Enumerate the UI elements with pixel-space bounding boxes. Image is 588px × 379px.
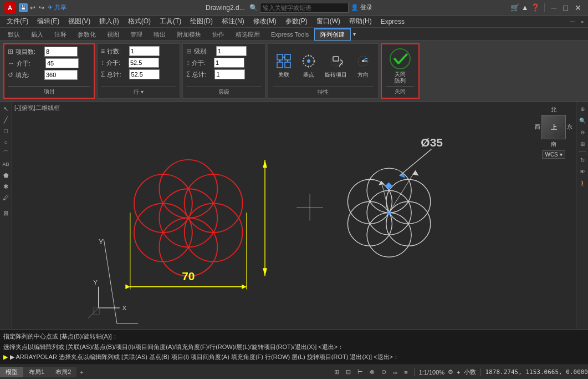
left-tool-4[interactable]: ○: [1, 137, 11, 147]
tab-collab[interactable]: 协作: [207, 28, 230, 41]
menu-draw[interactable]: 绘图(D): [186, 16, 217, 28]
menu-tools[interactable]: 工具(T): [155, 16, 186, 28]
menu-file[interactable]: 文件(F): [2, 16, 33, 28]
level-between-input[interactable]: [214, 58, 244, 68]
menu-param[interactable]: 参数(P): [281, 16, 312, 28]
toolbar-undo[interactable]: ↩: [29, 3, 37, 13]
cube-face[interactable]: 上: [541, 115, 566, 139]
row-total-icon: Σ: [101, 70, 105, 78]
lineweight-toggle[interactable]: ≡: [402, 369, 409, 376]
level-input[interactable]: [216, 46, 247, 56]
tab-parametric[interactable]: 参数化: [72, 28, 101, 41]
left-tool-1[interactable]: ↖: [1, 104, 11, 114]
close-array-button[interactable]: 关闭陈列: [388, 47, 412, 84]
menu-insert[interactable]: 插入(I): [95, 16, 123, 28]
grid-toggle[interactable]: ⊞: [333, 368, 341, 376]
left-tool-5[interactable]: ⌒: [1, 148, 11, 158]
left-tool-8[interactable]: ✱: [1, 181, 11, 191]
shared-icon[interactable]: ✈ 共享: [47, 2, 68, 13]
right-tool-zoom-out[interactable]: ⊖: [577, 127, 587, 137]
tab-output[interactable]: 输出: [148, 28, 171, 41]
left-tool-2[interactable]: ╱: [1, 115, 11, 125]
tab-insert[interactable]: 插入: [25, 28, 49, 41]
left-tool-10[interactable]: ⊠: [1, 208, 11, 218]
add-layout-btn[interactable]: +: [76, 368, 86, 377]
settings-icon[interactable]: ▲: [521, 3, 529, 12]
tab-model[interactable]: 模型: [0, 367, 23, 377]
level-total-input[interactable]: [214, 69, 245, 79]
plus-btn[interactable]: +: [457, 369, 460, 376]
minimize-button[interactable]: ─: [549, 3, 559, 12]
direction-button[interactable]: 方向: [352, 50, 374, 80]
window-controls-box[interactable]: ▫: [579, 18, 586, 26]
rotate-items-button[interactable]: 旋转项目: [323, 50, 349, 80]
cart-icon[interactable]: 🛒: [510, 3, 519, 12]
decimal-btn[interactable]: 小数: [464, 368, 476, 376]
basepoint-label: 基点: [303, 71, 314, 79]
window-controls-min[interactable]: ─: [567, 18, 577, 26]
toolbar-quick-save[interactable]: 💾: [19, 3, 28, 12]
search-input[interactable]: [260, 3, 349, 13]
osnap-toggle[interactable]: ⊙: [380, 368, 388, 376]
close-array-group: 关闭陈列 关闭: [381, 43, 420, 99]
menu-format[interactable]: 格式(O): [124, 16, 155, 28]
left-tool-9[interactable]: 🖊: [1, 193, 11, 203]
tab-layout2[interactable]: 布局2: [50, 367, 76, 377]
item-between-icon: ↔: [8, 59, 14, 67]
close-window-button[interactable]: ✕: [572, 3, 584, 12]
associate-button[interactable]: 关联: [273, 50, 294, 80]
tab-layout1[interactable]: 布局1: [23, 367, 50, 377]
toolbar-redo[interactable]: ↪: [38, 3, 45, 13]
level-icon: ⊟: [186, 47, 192, 55]
tab-addons[interactable]: 附加模块: [171, 28, 207, 41]
tab-manage[interactable]: 管理: [125, 28, 148, 41]
level-label: 级别:: [194, 47, 214, 55]
drawing-canvas[interactable]: [-][俯视]二维线框: [12, 102, 576, 329]
tab-featured[interactable]: 精选应用: [230, 28, 265, 41]
properties-group-title: 特性: [273, 87, 374, 96]
snap-toggle[interactable]: ⊟: [344, 368, 352, 376]
help-icon[interactable]: ❓: [531, 3, 540, 12]
polar-toggle[interactable]: ⊗: [368, 368, 376, 376]
item-between-input[interactable]: [45, 58, 79, 68]
menu-window[interactable]: 窗口(W): [312, 16, 345, 28]
tab-array-create[interactable]: 阵列创建: [314, 28, 351, 41]
row-count-input[interactable]: [129, 46, 160, 56]
right-tool-zoom-in[interactable]: 🔍: [577, 115, 587, 125]
menu-express[interactable]: Express: [376, 16, 409, 28]
settings-btn[interactable]: ⚙: [448, 368, 453, 376]
nav-cube[interactable]: 北 西 上 东 南 WCS ▾: [536, 106, 571, 159]
tab-express-tools[interactable]: Express Tools: [265, 28, 314, 41]
row-total-input[interactable]: [129, 69, 160, 79]
scale-display[interactable]: 1:1/100%: [419, 369, 444, 376]
tab-view[interactable]: 视图: [101, 28, 125, 41]
compass-west: 西: [535, 123, 540, 131]
row-between-input[interactable]: [129, 58, 159, 68]
menu-dim[interactable]: 标注(N): [217, 16, 249, 28]
item-count-input[interactable]: [44, 47, 78, 57]
wcs-dropdown[interactable]: WCS ▾: [542, 150, 565, 159]
basepoint-button[interactable]: 基点: [298, 50, 319, 80]
right-tool-pan[interactable]: ⊕: [577, 104, 587, 114]
menu-modify[interactable]: 修改(M): [249, 16, 281, 28]
login-button[interactable]: 👤 登录: [351, 3, 372, 12]
right-tool-look[interactable]: 👁: [577, 166, 587, 176]
left-tool-7[interactable]: ⬟: [1, 170, 11, 180]
rows-group-title[interactable]: 行 ▾: [101, 87, 176, 96]
tab-default[interactable]: 默认: [2, 28, 25, 41]
tab-dropdown[interactable]: ▾: [351, 30, 358, 38]
left-tool-6[interactable]: AB: [1, 159, 11, 169]
item-fill-input[interactable]: [44, 70, 78, 80]
right-tool-walk[interactable]: 🚶: [577, 178, 587, 188]
menu-help[interactable]: 帮助(H): [345, 16, 376, 28]
app-logo: A: [4, 2, 16, 13]
ortho-toggle[interactable]: ⊢: [356, 368, 365, 376]
menu-view[interactable]: 视图(V): [64, 16, 95, 28]
tab-annotation[interactable]: 注释: [49, 28, 72, 41]
restore-button[interactable]: □: [561, 3, 570, 12]
right-tool-zoom-fit[interactable]: ⊞: [577, 139, 587, 149]
menu-edit[interactable]: 编辑(E): [33, 16, 64, 28]
otrack-toggle[interactable]: ∞: [391, 369, 399, 376]
left-tool-3[interactable]: □: [1, 126, 11, 136]
right-tool-orbit[interactable]: ↻: [577, 155, 587, 165]
